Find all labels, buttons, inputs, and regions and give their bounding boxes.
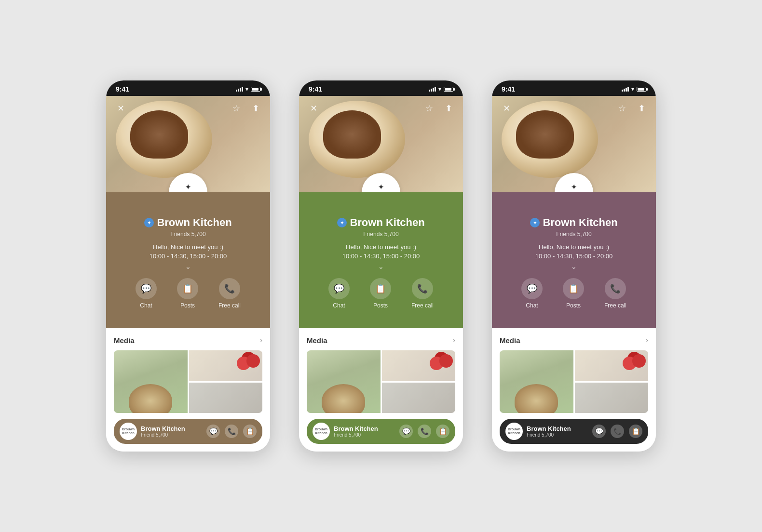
posts-button-green[interactable]: 📋 Posts [370,278,391,309]
media-grid-purple [500,350,648,413]
wifi-icon-purple: ▾ [631,86,634,93]
hero-image-green: ✕ ☆ ⬆ ✦ BrouwnKitchen [299,96,463,192]
chat-bar-menu-icon-green[interactable]: 📋 [436,425,449,438]
chat-bar-sub-green: Friend 5,700 [334,432,395,438]
logo-icon-brown: ✦ [185,183,191,191]
media-header-green: Media › [307,336,455,345]
top-controls-purple: ✕ ☆ ⬆ [492,96,656,121]
chat-bar-icons-brown: 💬 📞 📋 [206,425,257,438]
chevron-down-purple[interactable]: ⌄ [571,263,577,270]
media-arrow-green[interactable]: › [453,336,455,345]
free-call-icon-green: 📞 [412,278,433,299]
hero-image-brown: ✕ ☆ ⬆ ✦ BrouwnKitchen [106,96,270,192]
posts-button-purple[interactable]: 📋 Posts [563,278,584,309]
chat-bar-menu-icon-purple[interactable]: 📋 [629,425,642,438]
media-img-3-purple [575,383,649,413]
close-button-green[interactable]: ✕ [307,102,320,115]
profile-name-text-green: Brown Kitchen [350,216,424,229]
status-icons-purple: ▾ [622,86,646,93]
chat-bar-avatar-green: BrouwnKitchen [313,423,330,440]
media-img-3-brown [189,383,263,413]
favorite-button-green[interactable]: ☆ [422,102,436,115]
status-time-purple: 9:41 [502,85,515,93]
profile-card-purple: ✦ Brown Kitchen Friends 5,700 Hello, Nic… [492,192,656,328]
chevron-down-brown[interactable]: ⌄ [185,263,191,270]
media-img-1-green [307,350,381,413]
free-call-icon-purple: 📞 [605,278,626,299]
chat-label-purple: Chat [526,302,538,309]
chat-button-brown[interactable]: 💬 Chat [136,278,157,309]
share-button-green[interactable]: ⬆ [442,102,455,115]
media-title-green: Media [307,336,327,345]
posts-icon-brown: 📋 [177,278,198,299]
share-button-brown[interactable]: ⬆ [249,102,262,115]
action-buttons-brown: 💬 Chat 📋 Posts 📞 Free call [116,270,260,317]
chat-bar-info-brown: Brown Kitchen Friend 5,700 [141,425,203,438]
free-call-button-green[interactable]: 📞 Free call [411,278,434,309]
phone-brown: 9:41 ▾ ✕ ☆ ⬆ ✦ BrouwnKitchen [106,80,270,452]
status-bar-purple: 9:41 ▾ [492,80,656,96]
free-call-button-brown[interactable]: 📞 Free call [218,278,241,309]
chat-button-purple[interactable]: 💬 Chat [521,278,543,309]
close-button-brown[interactable]: ✕ [114,102,127,115]
posts-icon-green: 📋 [370,278,391,299]
chat-bar-name-purple: Brown Kitchen [527,425,588,432]
chat-bar-call-icon-brown[interactable]: 📞 [225,425,238,438]
chat-bar-sub-purple: Friend 5,700 [527,432,588,438]
free-call-button-purple[interactable]: 📞 Free call [604,278,626,309]
favorite-button-brown[interactable]: ☆ [230,102,243,115]
chat-bar-info-purple: Brown Kitchen Friend 5,700 [527,425,588,438]
chat-bar-call-icon-purple[interactable]: 📞 [611,425,624,438]
chat-bar-chat-icon-brown[interactable]: 💬 [206,425,220,438]
battery-icon-purple [637,87,646,92]
media-cell-1-brown [114,350,188,413]
hours-green: 10:00 - 14:30, 15:00 - 20:00 [342,253,420,260]
media-arrow-purple[interactable]: › [646,336,648,345]
verified-badge-brown: ✦ [144,218,154,227]
status-time-green: 9:41 [309,85,322,93]
status-time-brown: 9:41 [116,85,129,93]
signal-icon [236,87,243,92]
media-header-brown: Media › [114,336,262,345]
favorite-button-purple[interactable]: ☆ [615,102,629,115]
media-cell-1-green [307,350,381,413]
chat-bar-menu-icon-brown[interactable]: 📋 [243,425,257,438]
chat-bar-chat-icon-purple[interactable]: 💬 [592,425,606,438]
profile-card-brown: ✦ Brown Kitchen Friends 5,700 Hello, Nic… [106,192,270,328]
battery-icon [251,87,260,92]
hero-image-purple: ✕ ☆ ⬆ ✦ BrouwnKitchen [492,96,656,192]
media-header-purple: Media › [500,336,648,345]
top-controls-brown: ✕ ☆ ⬆ [106,96,270,121]
media-cell-3-purple [575,383,649,413]
media-grid-brown [114,350,262,413]
media-img-2-green [382,350,456,381]
posts-button-brown[interactable]: 📋 Posts [177,278,198,309]
hours-brown: 10:00 - 14:30, 15:00 - 20:00 [150,253,227,260]
media-cell-2-brown [189,350,263,381]
media-arrow-brown[interactable]: › [260,336,262,345]
bottom-section-brown: Media › BrouwnKitchen Brown Kitchen [106,328,270,452]
chat-icon-brown: 💬 [136,278,157,299]
action-buttons-purple: 💬 Chat 📋 Posts 📞 Free call [502,270,646,317]
logo-icon-green: ✦ [378,183,384,191]
media-title-brown: Media [114,336,135,345]
signal-icon-purple [622,87,629,92]
chat-icon-green: 💬 [328,278,350,299]
verified-badge-green: ✦ [337,218,347,227]
chat-bar-purple: BrouwnKitchen Brown Kitchen Friend 5,700… [500,419,648,444]
chat-bar-avatar-purple: BrouwnKitchen [505,423,523,440]
chat-bar-chat-icon-green[interactable]: 💬 [399,425,413,438]
profile-name-text-purple: Brown Kitchen [543,216,617,229]
chat-bar-brown: BrouwnKitchen Brown Kitchen Friend 5,700… [114,419,262,444]
media-img-3-green [382,383,456,413]
share-button-purple[interactable]: ⬆ [635,102,648,115]
chat-bar-call-icon-green[interactable]: 📞 [418,425,431,438]
media-cell-2-green [382,350,456,381]
bottom-section-purple: Media › BrouwnKitchen Brown Kitchen Frie [492,328,656,452]
media-grid-green [307,350,455,413]
media-img-2-brown [189,350,263,381]
close-button-purple[interactable]: ✕ [500,102,513,115]
chevron-down-green[interactable]: ⌄ [378,263,384,270]
chat-button-green[interactable]: 💬 Chat [328,278,350,309]
chat-label-brown: Chat [140,302,152,309]
